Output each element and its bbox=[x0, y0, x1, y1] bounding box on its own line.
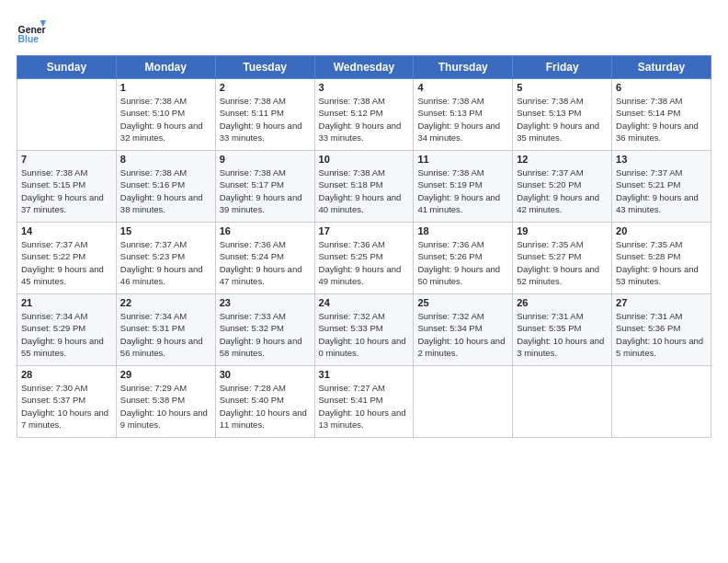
cell-day-number: 26 bbox=[517, 297, 608, 308]
cell-day-number: 10 bbox=[319, 154, 410, 165]
cell-info: Sunrise: 7:37 AMSunset: 5:22 PMDaylight:… bbox=[21, 238, 112, 287]
calendar-cell: 17Sunrise: 7:36 AMSunset: 5:25 PMDayligh… bbox=[314, 223, 414, 294]
cell-day-number: 13 bbox=[616, 154, 707, 165]
calendar-cell: 28Sunrise: 7:30 AMSunset: 5:37 PMDayligh… bbox=[17, 366, 117, 438]
cell-info: Sunrise: 7:31 AMSunset: 5:35 PMDaylight:… bbox=[517, 310, 608, 359]
calendar-cell: 3Sunrise: 7:38 AMSunset: 5:12 PMDaylight… bbox=[314, 79, 414, 151]
calendar-cell: 31Sunrise: 7:27 AMSunset: 5:41 PMDayligh… bbox=[314, 366, 414, 438]
cell-day-number: 5 bbox=[517, 82, 608, 93]
calendar-cell: 22Sunrise: 7:34 AMSunset: 5:31 PMDayligh… bbox=[116, 294, 215, 366]
cell-info: Sunrise: 7:38 AMSunset: 5:14 PMDaylight:… bbox=[616, 95, 707, 144]
cell-day-number: 31 bbox=[319, 369, 410, 380]
calendar-cell: 11Sunrise: 7:38 AMSunset: 5:19 PMDayligh… bbox=[414, 151, 513, 223]
col-wednesday: Wednesday bbox=[314, 56, 414, 79]
calendar-cell: 9Sunrise: 7:38 AMSunset: 5:17 PMDaylight… bbox=[215, 151, 314, 223]
cell-day-number: 7 bbox=[21, 154, 112, 165]
calendar-cell: 10Sunrise: 7:38 AMSunset: 5:18 PMDayligh… bbox=[314, 151, 414, 223]
calendar-cell bbox=[17, 79, 117, 151]
week-row-0: 1Sunrise: 7:38 AMSunset: 5:10 PMDaylight… bbox=[17, 79, 711, 151]
cell-info: Sunrise: 7:38 AMSunset: 5:18 PMDaylight:… bbox=[319, 167, 410, 215]
calendar-cell: 14Sunrise: 7:37 AMSunset: 5:22 PMDayligh… bbox=[17, 223, 117, 294]
col-thursday: Thursday bbox=[414, 56, 513, 79]
cell-info: Sunrise: 7:36 AMSunset: 5:25 PMDaylight:… bbox=[319, 238, 410, 287]
cell-info: Sunrise: 7:37 AMSunset: 5:20 PMDaylight:… bbox=[517, 167, 608, 215]
cell-day-number: 3 bbox=[319, 82, 410, 93]
calendar-cell: 27Sunrise: 7:31 AMSunset: 5:36 PMDayligh… bbox=[612, 294, 711, 366]
cell-info: Sunrise: 7:36 AMSunset: 5:24 PMDaylight:… bbox=[220, 238, 311, 287]
cell-info: Sunrise: 7:35 AMSunset: 5:28 PMDaylight:… bbox=[616, 238, 707, 287]
cell-day-number: 9 bbox=[220, 154, 311, 165]
cell-day-number: 2 bbox=[220, 82, 311, 93]
logo-icon: General Blue bbox=[17, 17, 46, 46]
week-row-1: 7Sunrise: 7:38 AMSunset: 5:15 PMDaylight… bbox=[17, 151, 711, 223]
calendar-cell: 1Sunrise: 7:38 AMSunset: 5:10 PMDaylight… bbox=[116, 79, 215, 151]
cell-info: Sunrise: 7:30 AMSunset: 5:37 PMDaylight:… bbox=[21, 382, 112, 431]
cell-info: Sunrise: 7:38 AMSunset: 5:13 PMDaylight:… bbox=[417, 95, 508, 144]
calendar-cell: 20Sunrise: 7:35 AMSunset: 5:28 PMDayligh… bbox=[612, 223, 711, 294]
cell-day-number: 25 bbox=[417, 297, 508, 308]
cell-info: Sunrise: 7:32 AMSunset: 5:34 PMDaylight:… bbox=[417, 310, 508, 359]
cell-day-number: 16 bbox=[220, 225, 311, 236]
cell-day-number: 30 bbox=[220, 369, 311, 380]
cell-info: Sunrise: 7:38 AMSunset: 5:10 PMDaylight:… bbox=[120, 95, 211, 144]
cell-info: Sunrise: 7:37 AMSunset: 5:23 PMDaylight:… bbox=[120, 238, 211, 287]
calendar-cell: 6Sunrise: 7:38 AMSunset: 5:14 PMDaylight… bbox=[612, 79, 711, 151]
svg-text:General: General bbox=[18, 25, 46, 35]
col-sunday: Sunday bbox=[17, 56, 117, 79]
cell-info: Sunrise: 7:33 AMSunset: 5:32 PMDaylight:… bbox=[220, 310, 311, 359]
calendar-cell: 21Sunrise: 7:34 AMSunset: 5:29 PMDayligh… bbox=[17, 294, 117, 366]
calendar-cell: 26Sunrise: 7:31 AMSunset: 5:35 PMDayligh… bbox=[513, 294, 612, 366]
calendar-cell: 25Sunrise: 7:32 AMSunset: 5:34 PMDayligh… bbox=[414, 294, 513, 366]
calendar-cell: 5Sunrise: 7:38 AMSunset: 5:13 PMDaylight… bbox=[513, 79, 612, 151]
cell-info: Sunrise: 7:34 AMSunset: 5:31 PMDaylight:… bbox=[120, 310, 211, 359]
col-tuesday: Tuesday bbox=[215, 56, 314, 79]
cell-info: Sunrise: 7:36 AMSunset: 5:26 PMDaylight:… bbox=[417, 238, 508, 287]
cell-day-number: 6 bbox=[616, 82, 707, 93]
cell-info: Sunrise: 7:37 AMSunset: 5:21 PMDaylight:… bbox=[616, 167, 707, 215]
calendar-cell: 13Sunrise: 7:37 AMSunset: 5:21 PMDayligh… bbox=[612, 151, 711, 223]
cell-day-number: 19 bbox=[517, 225, 608, 236]
calendar-cell: 15Sunrise: 7:37 AMSunset: 5:23 PMDayligh… bbox=[116, 223, 215, 294]
calendar-cell: 23Sunrise: 7:33 AMSunset: 5:32 PMDayligh… bbox=[215, 294, 314, 366]
cell-day-number: 27 bbox=[616, 297, 707, 308]
calendar-cell: 4Sunrise: 7:38 AMSunset: 5:13 PMDaylight… bbox=[414, 79, 513, 151]
cell-day-number: 21 bbox=[21, 297, 112, 308]
calendar-cell: 24Sunrise: 7:32 AMSunset: 5:33 PMDayligh… bbox=[314, 294, 414, 366]
cell-info: Sunrise: 7:38 AMSunset: 5:13 PMDaylight:… bbox=[517, 95, 608, 144]
calendar-body: 1Sunrise: 7:38 AMSunset: 5:10 PMDaylight… bbox=[17, 79, 711, 438]
calendar-cell: 29Sunrise: 7:29 AMSunset: 5:38 PMDayligh… bbox=[116, 366, 215, 438]
week-row-3: 21Sunrise: 7:34 AMSunset: 5:29 PMDayligh… bbox=[17, 294, 711, 366]
cell-day-number: 29 bbox=[120, 369, 211, 380]
cell-day-number: 17 bbox=[319, 225, 410, 236]
cell-info: Sunrise: 7:38 AMSunset: 5:15 PMDaylight:… bbox=[21, 167, 112, 215]
calendar-cell: 16Sunrise: 7:36 AMSunset: 5:24 PMDayligh… bbox=[215, 223, 314, 294]
cell-info: Sunrise: 7:38 AMSunset: 5:16 PMDaylight:… bbox=[120, 167, 211, 215]
calendar-cell: 7Sunrise: 7:38 AMSunset: 5:15 PMDaylight… bbox=[17, 151, 117, 223]
cell-info: Sunrise: 7:29 AMSunset: 5:38 PMDaylight:… bbox=[120, 382, 211, 431]
cell-info: Sunrise: 7:35 AMSunset: 5:27 PMDaylight:… bbox=[517, 238, 608, 287]
calendar-cell: 19Sunrise: 7:35 AMSunset: 5:27 PMDayligh… bbox=[513, 223, 612, 294]
page: General Blue Sunday Monday Tuesday Wedne… bbox=[0, 0, 728, 563]
cell-info: Sunrise: 7:38 AMSunset: 5:11 PMDaylight:… bbox=[220, 95, 311, 144]
calendar-cell bbox=[612, 366, 711, 438]
logo: General Blue bbox=[17, 17, 46, 46]
header-row: Sunday Monday Tuesday Wednesday Thursday… bbox=[17, 56, 711, 79]
cell-info: Sunrise: 7:28 AMSunset: 5:40 PMDaylight:… bbox=[220, 382, 311, 431]
cell-day-number: 8 bbox=[120, 154, 211, 165]
cell-day-number: 28 bbox=[21, 369, 112, 380]
cell-day-number: 18 bbox=[417, 225, 508, 236]
cell-day-number: 1 bbox=[120, 82, 211, 93]
cell-info: Sunrise: 7:32 AMSunset: 5:33 PMDaylight:… bbox=[319, 310, 410, 359]
cell-info: Sunrise: 7:38 AMSunset: 5:17 PMDaylight:… bbox=[220, 167, 311, 215]
calendar-header: Sunday Monday Tuesday Wednesday Thursday… bbox=[17, 56, 711, 79]
cell-day-number: 22 bbox=[120, 297, 211, 308]
calendar-cell: 12Sunrise: 7:37 AMSunset: 5:20 PMDayligh… bbox=[513, 151, 612, 223]
calendar-cell: 18Sunrise: 7:36 AMSunset: 5:26 PMDayligh… bbox=[414, 223, 513, 294]
cell-info: Sunrise: 7:31 AMSunset: 5:36 PMDaylight:… bbox=[616, 310, 707, 359]
cell-info: Sunrise: 7:34 AMSunset: 5:29 PMDaylight:… bbox=[21, 310, 112, 359]
cell-day-number: 4 bbox=[417, 82, 508, 93]
cell-day-number: 15 bbox=[120, 225, 211, 236]
cell-info: Sunrise: 7:38 AMSunset: 5:12 PMDaylight:… bbox=[319, 95, 410, 144]
cell-day-number: 14 bbox=[21, 225, 112, 236]
cell-info: Sunrise: 7:38 AMSunset: 5:19 PMDaylight:… bbox=[417, 167, 508, 215]
